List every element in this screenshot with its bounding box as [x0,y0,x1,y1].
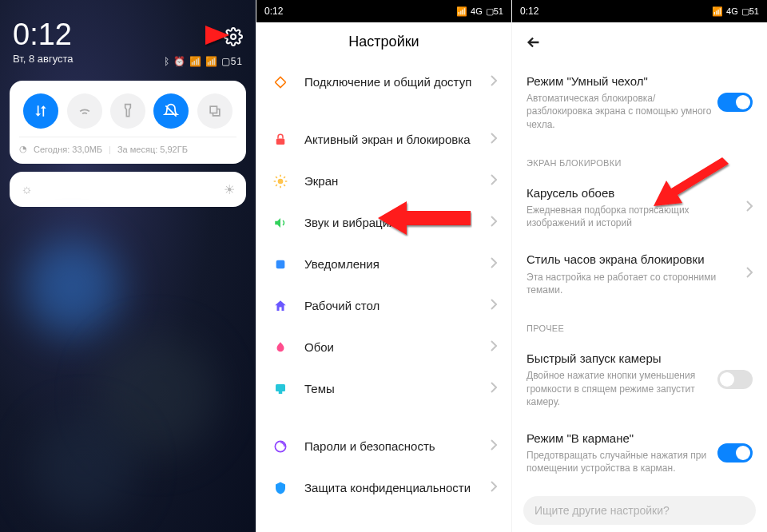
lock-screen-settings-panel: 0:12 📶 4G ▢51 Режим "Умный чехол" Автома… [511,0,767,532]
share-icon [271,73,290,92]
chevron-right-icon [491,133,497,147]
status-time: 0:12 [264,6,283,17]
network-label: 4G [726,6,738,16]
item-text: Быстрый запуск камеры Двойное нажатие кн… [527,351,717,408]
chevron-right-icon [746,200,753,215]
settings-list: Подключение и общий доступ Активный экра… [256,62,511,509]
settings-item-label: Защита конфиденциальности [304,480,491,496]
toggle-switch[interactable] [717,93,753,112]
lock-icon [271,130,290,149]
settings-item-label: Уведомления [304,256,491,272]
tutorial-arrow [156,19,232,51]
themes-icon [271,379,290,399]
chart-icon: ◔ [19,144,27,154]
network-label: 4G [471,6,483,16]
settings-item-label: Пароли и безопасность [304,439,491,455]
item-description: Эта настройка не работает со сторонними … [527,271,741,296]
status-time: 0:12 [520,6,538,17]
settings-title: Настройки [256,22,511,62]
settings-item-label: Обои [304,339,491,355]
item-title: Стиль часов экрана блокировки [527,252,741,268]
signal-icon: 📶 [456,6,467,17]
svg-rect-6 [279,391,283,394]
chevron-right-icon [491,481,497,495]
bluetooth-icon: ᛒ [164,56,170,67]
sun-dim-icon: ☼ [21,182,33,197]
brightness-slider[interactable]: ☼ ☀ [10,172,246,207]
status-bar: 0:12 📶 4G ▢51 [512,0,767,22]
back-header [512,22,767,62]
svg-rect-4 [276,260,285,269]
settings-detail-item[interactable]: Режим "Умный чехол" Автоматическая блоки… [512,62,767,142]
section-header: ПРОЧЕЕ [512,308,767,339]
data-usage-row[interactable]: ◔ Сегодня: 33,0МБ | За месяц: 5,92ГБ [19,137,236,154]
svg-rect-2 [276,139,285,145]
flashlight-toggle[interactable] [110,93,145,129]
back-button[interactable] [525,34,542,51]
battery-icon: ▢51 [741,6,759,17]
wallpaper-blur [32,415,136,519]
settings-item[interactable]: Экран [256,161,511,202]
settings-item[interactable]: Уведомления [256,244,511,285]
toggle-switch[interactable] [717,443,753,463]
item-text: Режим "Умный чехол" Автоматическая блоки… [527,73,717,131]
security-icon [271,437,290,456]
sun-bright-icon: ☀ [224,182,235,197]
item-description: Двойное нажатие кнопки уменьшения громко… [527,369,713,408]
status-icons: ᛒ ⏰ 📶 📶 ▢51 [164,56,243,67]
data-toggle[interactable] [23,93,58,129]
notification-shade-panel: 0:12 Вт, 8 августа ᛒ ⏰ 📶 📶 ▢51 ◔ Сегодня… [0,0,256,532]
settings-detail-item[interactable]: Режим "В кармане" Предотвращать случайны… [512,419,767,486]
battery-icon: ▢51 [486,6,503,17]
chevron-right-icon [491,174,497,189]
toggle-row [19,90,236,137]
settings-item[interactable]: Темы [256,368,511,410]
settings-item-label: Активный экран и блокировка [304,132,491,148]
alarm-icon: ⏰ [173,56,186,67]
notif-icon [271,255,290,274]
signal-icon: 📶 [712,6,723,17]
settings-detail-list: Режим "Умный чехол" Автоматическая блоки… [512,62,767,486]
svg-point-3 [278,179,284,185]
wallpaper-icon [271,338,290,357]
settings-item[interactable]: Подключение и общий доступ [256,62,511,103]
battery-icon: ▢51 [221,56,243,67]
settings-item[interactable]: Защита конфиденциальности [256,467,511,509]
item-text: Стиль часов экрана блокировки Эта настро… [527,252,746,296]
settings-detail-item[interactable]: Стиль часов экрана блокировки Эта настро… [512,240,767,308]
svg-rect-5 [276,384,285,391]
status-bar: 0:12 📶 4G ▢51 [256,0,511,22]
signal-icon: 📶 [189,56,202,67]
item-title: Быстрый запуск камеры [527,351,713,367]
settings-item[interactable]: Активный экран и блокировка [256,119,511,161]
item-text: Режим "В кармане" Предотвращать случайны… [527,431,717,475]
chevron-right-icon [491,299,497,313]
dnd-toggle[interactable] [153,93,189,129]
toggle-switch[interactable] [717,370,753,389]
wifi-toggle[interactable] [67,93,102,129]
chevron-right-icon [491,216,497,230]
privacy-icon [271,478,290,498]
settings-item-label: Экран [304,173,491,189]
wallpaper-blur [24,240,120,335]
settings-detail-item[interactable]: Быстрый запуск камеры Двойное нажатие кн… [512,339,767,419]
item-title: Режим "В кармане" [527,431,713,447]
chevron-right-icon [491,439,497,454]
chevron-right-icon [491,75,497,89]
settings-root-panel: 0:12 📶 4G ▢51 Настройки Подключение и об… [256,0,511,532]
settings-item[interactable]: Рабочий стол [256,285,511,327]
chevron-right-icon [491,340,497,355]
screenshot-toggle[interactable] [197,93,232,129]
home-icon [271,296,290,316]
signal-icon: 📶 [205,56,218,67]
settings-item-label: Рабочий стол [304,298,491,314]
tutorial-arrow [652,154,732,210]
item-description: Предотвращать случайные нажатия при поме… [527,449,713,474]
chevron-right-icon [491,382,497,396]
search-box[interactable]: Ищите другие настройки? [523,496,756,525]
settings-item-label: Подключение и общий доступ [304,74,491,90]
settings-item[interactable]: Пароли и безопасность [256,426,511,467]
chevron-right-icon [491,257,497,272]
quick-toggles-card: ◔ Сегодня: 33,0МБ | За месяц: 5,92ГБ [10,81,246,164]
settings-item[interactable]: Обои [256,327,511,368]
